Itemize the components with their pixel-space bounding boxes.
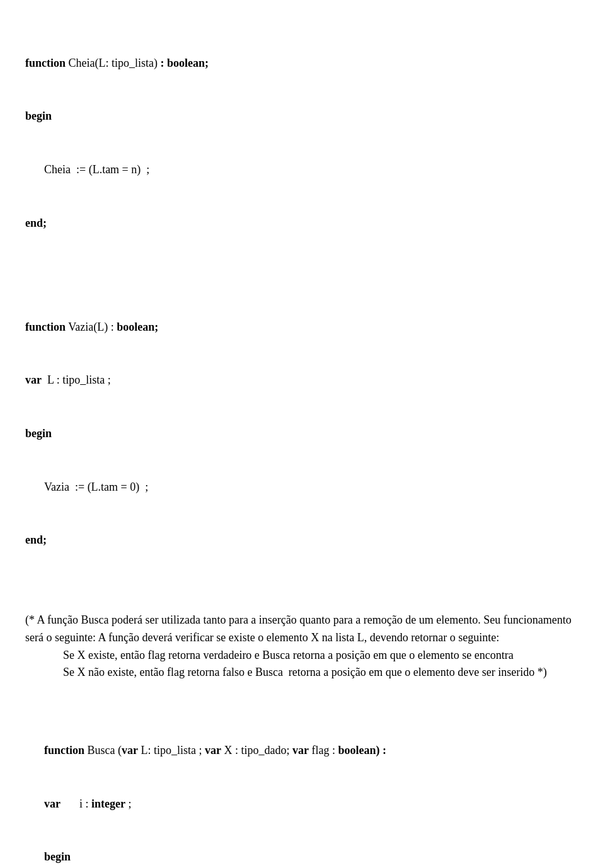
- cheia-function: function Cheia(L: tipo_lista) : boolean;…: [25, 19, 580, 267]
- code-content: function Cheia(L: tipo_lista) : boolean;…: [25, 19, 580, 868]
- kw-var-vazia: var: [25, 374, 42, 386]
- kw-begin-cheia: begin: [25, 110, 52, 122]
- prose-paragraph: (* A função Busca poderá ser utilizada t…: [25, 612, 580, 682]
- kw-var-busca: var: [44, 797, 60, 810]
- kw-end-cheia: end;: [25, 217, 47, 229]
- vazia-function: function Vazia(L) : boolean; var L : tip…: [25, 283, 580, 585]
- kw-begin-vazia: begin: [25, 427, 52, 440]
- kw-function-busca: function: [44, 744, 84, 757]
- busca-function: function Busca (var L: tipo_lista ; var …: [25, 706, 580, 868]
- kw-begin-busca: begin: [44, 850, 71, 863]
- kw-function-cheia: function: [25, 57, 66, 69]
- kw-function-vazia: function: [25, 321, 66, 333]
- kw-end-vazia: end;: [25, 534, 47, 546]
